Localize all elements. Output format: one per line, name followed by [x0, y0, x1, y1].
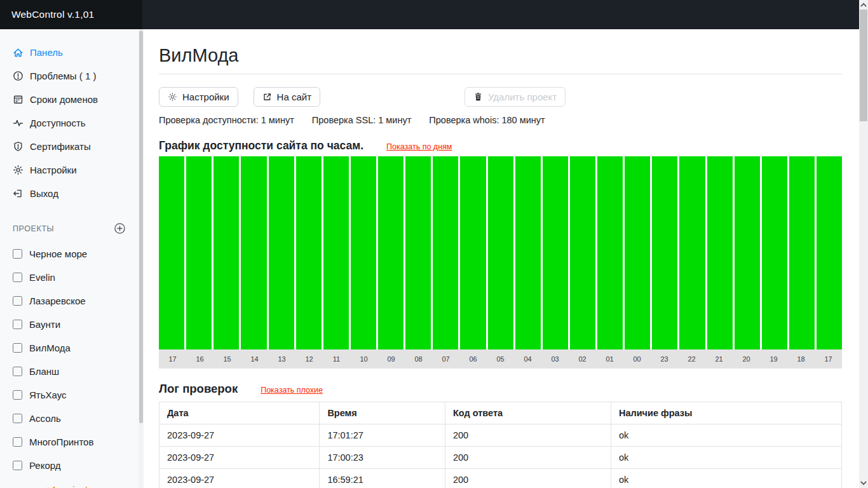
project-label: Рекорд: [29, 460, 61, 471]
sidebar-item-problems[interactable]: Проблемы ( 1 ): [0, 64, 139, 88]
project-label: ЯтьХаус: [29, 390, 67, 400]
project-checkbox[interactable]: [13, 390, 22, 400]
availability-bar: [269, 156, 294, 349]
availability-bar: [405, 156, 431, 349]
availability-bar: [378, 156, 403, 349]
sidebar-nav: Панель Проблемы ( 1 ) Сроки доменов: [0, 41, 139, 205]
availability-bar: [652, 156, 677, 349]
hour-tick-label: 19: [760, 349, 787, 369]
col-header-date: Дата: [159, 402, 320, 424]
availability-interval: Проверка доступности: 1 минут: [159, 115, 294, 125]
availability-bar: [241, 156, 266, 349]
availability-bar: [817, 156, 842, 349]
project-label: Баунти: [29, 319, 60, 330]
home-icon: [13, 47, 24, 58]
window-scrollbar-thumb[interactable]: [860, 10, 867, 121]
project-checkbox[interactable]: [13, 273, 22, 282]
availability-bar: [625, 156, 650, 349]
toolbar: Настройки На сайт Удалить проект: [159, 87, 842, 107]
table-row: 2023-09-27 16:59:21 200 ok: [159, 469, 842, 488]
project-item[interactable]: Рекорд: [0, 454, 139, 477]
title-divider: [159, 74, 842, 74]
project-item[interactable]: ВилМода: [0, 336, 139, 360]
hour-tick-label: 10: [350, 349, 377, 369]
cell-time: 16:59:21: [320, 469, 445, 488]
hour-tick-label: 13: [268, 349, 295, 369]
sidebar-item-settings[interactable]: Настройки: [0, 158, 139, 182]
project-item[interactable]: Черное море: [0, 242, 139, 266]
project-item[interactable]: Бланш: [0, 360, 139, 383]
table-header-row: Дата Время Код ответа Наличие фразы: [159, 402, 842, 424]
sidebar-item-logout[interactable]: Выход: [0, 182, 139, 205]
show-bad-link[interactable]: Показать плохие: [261, 386, 323, 395]
external-link-icon: [262, 92, 272, 102]
cell-code: 200: [445, 424, 611, 447]
project-checkbox[interactable]: [13, 249, 22, 259]
hour-tick-label: 14: [241, 349, 268, 369]
hour-tick-label: 09: [377, 349, 405, 369]
project-checkbox[interactable]: [13, 414, 22, 423]
hour-tick-label: 22: [678, 349, 705, 369]
availability-bar: [789, 156, 815, 349]
whois-interval: Проверка whois: 180 минут: [429, 115, 545, 125]
plus-circle-icon[interactable]: [114, 222, 126, 234]
project-item[interactable]: Evelin: [0, 266, 139, 289]
col-header-time: Время: [320, 402, 445, 424]
sidebar-item-certificates[interactable]: Сертификаты: [0, 135, 139, 158]
sidebar-item-domain-terms[interactable]: Сроки доменов: [0, 88, 139, 111]
availability-bar: [735, 156, 760, 349]
topbar-spacer: [142, 0, 859, 29]
hour-tick-label: 15: [214, 349, 241, 369]
sidebar-item-label: Проблемы ( 1 ): [30, 71, 96, 81]
availability-bar: [159, 156, 184, 349]
project-checkbox[interactable]: [13, 367, 22, 376]
main-content: ВилМода Настройки На сайт: [144, 29, 859, 488]
project-item[interactable]: Ассоль: [0, 407, 139, 430]
cell-date: 2023-09-27: [159, 469, 320, 488]
availability-bar: [515, 156, 541, 349]
hour-tick-label: 05: [487, 349, 514, 369]
hour-tick-label: 12: [295, 349, 323, 369]
to-site-button-label: На сайт: [277, 92, 311, 102]
hour-tick-label: 03: [541, 349, 569, 369]
hour-tick-label: 04: [514, 349, 541, 369]
project-item[interactable]: МногоПринтов: [0, 430, 139, 454]
hour-tick-label: 01: [596, 349, 623, 369]
shield-icon: [13, 141, 24, 152]
sidebar-scrollbar[interactable]: [139, 29, 144, 488]
project-label: Лазаревское: [29, 295, 86, 306]
settings-button[interactable]: Настройки: [159, 87, 238, 107]
sidebar-item-label: Панель: [30, 47, 63, 58]
project-checkbox[interactable]: [13, 437, 22, 447]
project-item[interactable]: Лазаревское: [0, 289, 139, 313]
hour-tick-label: 17: [815, 349, 842, 369]
scroll-up-icon[interactable]: [859, 1, 868, 10]
ssl-interval: Проверка SSL: 1 минут: [312, 115, 412, 125]
project-label: Evelin: [29, 272, 55, 283]
hour-tick-label: 08: [405, 349, 432, 369]
hour-tick-label: 06: [459, 349, 487, 369]
project-item[interactable]: ЯтьХаус: [0, 383, 139, 407]
project-checkbox[interactable]: [13, 296, 22, 306]
sidebar-item-panel[interactable]: Панель: [0, 41, 139, 64]
project-checkbox[interactable]: [13, 461, 22, 470]
sidebar: Панель Проблемы ( 1 ) Сроки доменов: [0, 29, 139, 488]
sidebar-item-availability[interactable]: Доступность: [0, 111, 139, 135]
col-header-phrase: Наличие фразы: [611, 402, 841, 424]
log-section-title: Лог проверок: [159, 382, 238, 396]
sidebar-scrollbar-thumb[interactable]: [139, 30, 143, 423]
window-scrollbar[interactable]: [859, 0, 868, 488]
more-projects-link[interactable]: +4 projects: [0, 485, 139, 488]
exclamation-circle-icon: [13, 71, 24, 81]
availability-bar: [460, 156, 485, 349]
project-item[interactable]: Баунти: [0, 313, 139, 336]
check-intervals: Проверка доступности: 1 минут Проверка S…: [159, 115, 842, 125]
project-checkbox[interactable]: [13, 343, 22, 353]
show-by-days-link[interactable]: Показать по дням: [386, 142, 452, 151]
project-checkbox[interactable]: [13, 320, 22, 329]
to-site-button[interactable]: На сайт: [254, 87, 320, 107]
cell-code: 200: [445, 447, 611, 469]
delete-project-button[interactable]: Удалить проект: [465, 87, 566, 107]
hour-tick-label: 02: [569, 349, 596, 369]
scroll-down-icon[interactable]: [859, 478, 868, 487]
